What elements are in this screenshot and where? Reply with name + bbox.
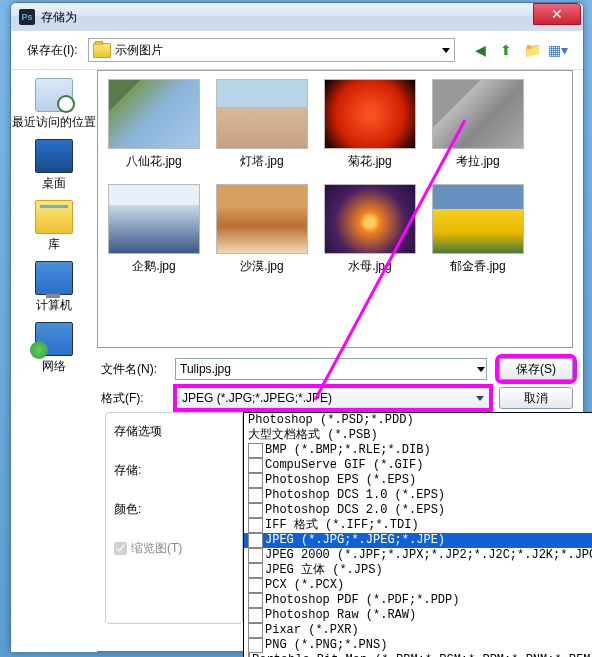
checkbox-icon (248, 578, 263, 593)
checkbox-icon (248, 473, 263, 488)
checkbox-icon (248, 548, 263, 563)
thumbnail-checkbox[interactable]: 缩览图(T) (114, 540, 234, 557)
checkbox-icon (248, 653, 250, 657)
format-option[interactable]: JPEG 2000 (*.JPF;*.JPX;*.JP2;*.J2C;*.J2K… (244, 548, 592, 563)
format-option[interactable]: BMP (*.BMP;*.RLE;*.DIB) (244, 443, 592, 458)
checkbox-icon (248, 623, 263, 638)
checkbox-icon (248, 593, 263, 608)
thumbnail (108, 184, 200, 254)
folder-icon (93, 43, 111, 58)
checkbox-icon (248, 488, 263, 503)
save-in-label: 保存在(I): (27, 42, 78, 59)
checkbox-icon (248, 503, 263, 518)
thumbnail (324, 184, 416, 254)
thumbnail (432, 184, 524, 254)
filename-input[interactable] (175, 358, 487, 380)
chevron-down-icon (476, 396, 484, 405)
thumbnail (216, 184, 308, 254)
save-options-panel: 存储选项 存储: 颜色: 缩览图(T) (105, 412, 243, 624)
format-option[interactable]: PNG (*.PNG;*.PNS) (244, 638, 592, 653)
file-item[interactable]: 郁金香.jpg (430, 184, 526, 275)
checkbox-icon (248, 638, 263, 653)
format-option[interactable]: JPEG 立体 (*.JPS) (244, 563, 592, 578)
format-option[interactable]: Photoshop Raw (*.RAW) (244, 608, 592, 623)
save-section-label: 存储: (114, 462, 234, 479)
file-item[interactable]: 企鹅.jpg (106, 184, 202, 275)
recent-icon (35, 78, 73, 112)
file-item[interactable]: 水母.jpg (322, 184, 418, 275)
checkbox-icon (248, 608, 263, 623)
place-library[interactable]: 库 (35, 200, 73, 253)
file-item[interactable]: 考拉.jpg (430, 79, 526, 170)
location-dropdown[interactable]: 示例图片 (88, 38, 455, 62)
save-options-header: 存储选项 (114, 423, 234, 440)
close-button[interactable]: ✕ (533, 3, 581, 25)
format-label: 格式(F): (97, 390, 167, 407)
place-desktop[interactable]: 桌面 (35, 139, 73, 192)
network-icon (35, 322, 73, 356)
file-item[interactable]: 灯塔.jpg (214, 79, 310, 170)
thumbnail (216, 79, 308, 149)
thumbnail (108, 79, 200, 149)
place-computer[interactable]: 计算机 (35, 261, 73, 314)
format-option[interactable]: IFF 格式 (*.IFF;*.TDI) (244, 518, 592, 533)
place-recent[interactable]: 最近访问的位置 (12, 78, 96, 131)
thumbnail (324, 79, 416, 149)
checkbox-icon (248, 458, 263, 473)
back-icon[interactable]: ◀ (471, 41, 489, 59)
checkbox-icon (248, 518, 263, 533)
window-title: 存储为 (41, 9, 533, 26)
format-value: JPEG (*.JPG;*.JPEG;*.JPE) (182, 391, 332, 405)
up-icon[interactable]: ⬆ (497, 41, 515, 59)
format-option[interactable]: Photoshop PDF (*.PDF;*.PDP) (244, 593, 592, 608)
new-folder-icon[interactable]: 📁 (523, 41, 541, 59)
checkbox-icon (248, 533, 263, 548)
format-option[interactable]: JPEG (*.JPG;*.JPEG;*.JPE) (244, 533, 592, 548)
color-section-label: 颜色: (114, 501, 234, 518)
view-menu-icon[interactable]: ▦▾ (549, 41, 567, 59)
thumbnail (432, 79, 524, 149)
cancel-button[interactable]: 取消 (499, 387, 573, 409)
checkbox-icon (248, 443, 263, 458)
library-icon (35, 200, 73, 234)
filename-label: 文件名(N): (97, 361, 167, 378)
file-item[interactable]: 沙漠.jpg (214, 184, 310, 275)
format-option[interactable]: Photoshop (*.PSD;*.PDD) (244, 413, 592, 428)
format-option[interactable]: Portable Bit Map (*.PBM;*.PGM;*.PPM;*.PN… (244, 653, 592, 657)
photoshop-icon: Ps (19, 9, 35, 25)
save-as-dialog: Ps 存储为 ✕ 保存在(I): 示例图片 ◀ ⬆ 📁 ▦▾ 最近访问的位置 桌… (10, 2, 584, 652)
title-bar[interactable]: Ps 存储为 ✕ (11, 3, 583, 31)
chevron-down-icon[interactable] (477, 367, 485, 376)
format-dropdown-list[interactable]: Photoshop (*.PSD;*.PDD)大型文档格式 (*.PSB)BMP… (243, 412, 592, 657)
format-option[interactable]: Photoshop DCS 1.0 (*.EPS) (244, 488, 592, 503)
file-item[interactable]: 菊花.jpg (322, 79, 418, 170)
place-network[interactable]: 网络 (35, 322, 73, 375)
format-option[interactable]: Photoshop EPS (*.EPS) (244, 473, 592, 488)
checkbox-icon (248, 563, 263, 578)
format-option[interactable]: Pixar (*.PXR) (244, 623, 592, 638)
file-list[interactable]: 八仙花.jpg 灯塔.jpg 菊花.jpg 考拉.jpg 企鹅.jpg 沙漠.j… (97, 70, 573, 348)
desktop-icon (35, 139, 73, 173)
file-item[interactable]: 八仙花.jpg (106, 79, 202, 170)
save-button[interactable]: 保存(S) (499, 358, 573, 380)
format-option[interactable]: CompuServe GIF (*.GIF) (244, 458, 592, 473)
places-bar: 最近访问的位置 桌面 库 计算机 网络 (11, 70, 97, 652)
format-option[interactable]: Photoshop DCS 2.0 (*.EPS) (244, 503, 592, 518)
format-option[interactable]: 大型文档格式 (*.PSB) (244, 428, 592, 443)
location-value: 示例图片 (115, 42, 163, 59)
toolbar: 保存在(I): 示例图片 ◀ ⬆ 📁 ▦▾ (11, 31, 583, 70)
format-dropdown[interactable]: JPEG (*.JPG;*.JPEG;*.JPE) (175, 386, 491, 410)
computer-icon (35, 261, 73, 295)
chevron-down-icon (442, 48, 450, 57)
format-option[interactable]: PCX (*.PCX) (244, 578, 592, 593)
